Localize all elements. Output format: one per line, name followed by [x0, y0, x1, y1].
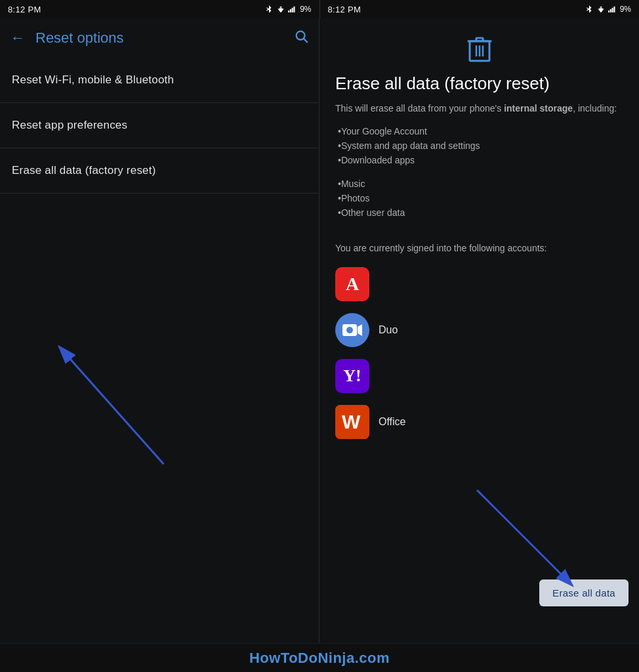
- page-title: Reset options: [35, 30, 294, 47]
- adobe-icon: A: [335, 267, 369, 301]
- svg-rect-3: [288, 10, 289, 12]
- desc-prefix: This will erase all data from your phone…: [335, 103, 504, 114]
- bullet-music: •Music: [335, 178, 623, 189]
- svg-rect-12: [611, 8, 613, 12]
- watermark-bar: HowToDoNinja.com: [0, 643, 639, 672]
- watermark-text: HowToDoNinja.com: [249, 650, 390, 667]
- wifi-icon-r: [596, 5, 606, 13]
- duo-camera-icon: [342, 323, 363, 337]
- svg-rect-11: [609, 9, 611, 12]
- signal-icon: [288, 5, 297, 13]
- bluetooth-icon: [264, 5, 274, 14]
- menu-item-app-prefs[interactable]: Reset app preferences: [0, 103, 319, 148]
- svg-line-15: [304, 39, 307, 42]
- right-panel: Erase all data (factory reset) This will…: [320, 18, 639, 643]
- yahoo-icon: Y!: [335, 359, 369, 393]
- annotation-arrow-left-svg: [0, 194, 319, 643]
- svg-rect-13: [613, 7, 615, 12]
- search-icon[interactable]: [294, 29, 308, 47]
- svg-point-28: [346, 327, 353, 333]
- duo-icon: [335, 313, 369, 347]
- svg-rect-4: [290, 9, 291, 12]
- svg-rect-5: [292, 8, 293, 12]
- left-time: 8:12 PM: [8, 5, 41, 14]
- office-label: Office: [379, 416, 406, 428]
- account-row-duo: Duo: [335, 313, 623, 347]
- left-status: 8:12 PM 9%: [0, 0, 320, 18]
- account-row-office: W Office: [335, 405, 623, 439]
- status-bar: 8:12 PM 9% 8:12 PM: [0, 0, 639, 18]
- bluetooth-icon-r: [585, 5, 594, 14]
- svg-line-17: [59, 346, 164, 465]
- bullet-photos: •Photos: [335, 193, 623, 203]
- back-button[interactable]: ←: [10, 30, 25, 47]
- office-icon: W: [335, 405, 369, 439]
- bullet-google: •Your Google Account: [335, 126, 623, 136]
- svg-text:W: W: [342, 411, 361, 432]
- office-logo: W: [335, 405, 369, 439]
- duo-label: Duo: [379, 324, 398, 336]
- bullet-system: •System and app data and settings: [335, 140, 623, 151]
- signed-in-text: You are currently signed into the follow…: [335, 242, 623, 255]
- right-status: 8:12 PM 9%: [320, 0, 640, 18]
- menu-item-factory-reset[interactable]: Erase all data (factory reset): [0, 148, 319, 194]
- erase-title: Erase all data (factory reset): [335, 74, 623, 94]
- battery-right: 9%: [620, 5, 631, 14]
- battery-left: 9%: [300, 5, 311, 14]
- signal-icon-r: [608, 5, 617, 13]
- svg-rect-10: [608, 10, 609, 12]
- desc-suffix: , including:: [573, 103, 617, 114]
- svg-marker-27: [358, 324, 362, 336]
- erase-btn-container: Erase all data: [539, 579, 629, 606]
- svg-rect-6: [294, 7, 295, 12]
- bullet-apps: •Downloaded apps: [335, 155, 623, 165]
- erase-description: This will erase all data from your phone…: [335, 102, 623, 116]
- left-panel: ← Reset options Reset Wi-Fi, mobile & Bl…: [0, 18, 320, 643]
- trash-icon-container: [335, 35, 623, 64]
- spacer-2: [335, 222, 623, 242]
- left-status-icons: 9%: [264, 5, 311, 14]
- desc-bold: internal storage: [504, 103, 573, 114]
- spacer-1: [335, 169, 623, 178]
- wifi-icon: [276, 5, 285, 13]
- trash-icon: [466, 35, 493, 64]
- erase-all-data-button[interactable]: Erase all data: [539, 579, 629, 606]
- header: ← Reset options: [0, 18, 319, 58]
- svg-marker-2: [279, 7, 282, 8]
- main-content: ← Reset options Reset Wi-Fi, mobile & Bl…: [0, 18, 639, 643]
- account-row-yahoo: Y!: [335, 359, 623, 393]
- menu-item-wifi[interactable]: Reset Wi-Fi, mobile & Bluetooth: [0, 58, 319, 103]
- svg-marker-9: [600, 7, 602, 8]
- svg-line-32: [477, 490, 573, 586]
- right-status-icons: 9%: [585, 5, 631, 14]
- bullet-user-data: •Other user data: [335, 207, 623, 218]
- annotation-area-left: [0, 194, 319, 643]
- right-time: 8:12 PM: [328, 5, 361, 14]
- account-row-adobe: A: [335, 267, 623, 301]
